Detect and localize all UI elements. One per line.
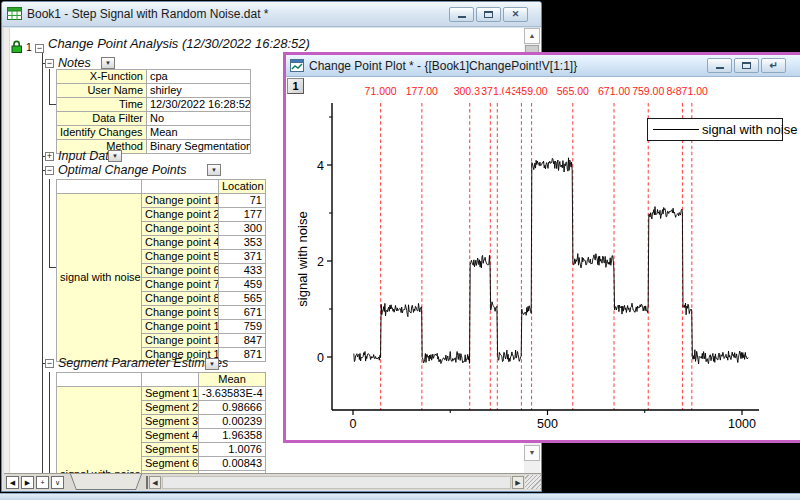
tree-line: [49, 372, 50, 474]
table-cell: shirley: [147, 84, 251, 98]
table-row: Data FilterNo: [57, 112, 251, 126]
input-data-menu-dropdown[interactable]: ▼: [108, 150, 122, 162]
book-window-titlebar[interactable]: Book1 - Step Signal with Random Noise.da…: [2, 2, 541, 27]
table-cell: X-Function: [57, 70, 147, 84]
close-button[interactable]: ✕: [503, 7, 528, 22]
table-cell: Identify Changes in: [57, 126, 147, 140]
table-cell: Time: [57, 98, 147, 112]
add-sheet-button[interactable]: +: [36, 476, 49, 489]
table-cell: cpa: [147, 70, 251, 84]
signal-with-noise-curve: [354, 158, 749, 364]
y-tick-label: 0: [317, 351, 324, 365]
table-row: User Nameshirley: [57, 84, 251, 98]
table-row: Location: [57, 180, 266, 194]
collapse-toggle-root[interactable]: −: [35, 44, 44, 53]
graph-window[interactable]: Change Point Plot * - {[Book1]ChangePoin…: [283, 52, 800, 443]
notes-menu-dropdown[interactable]: ▼: [101, 57, 115, 69]
table-cell: 353: [219, 236, 266, 250]
table-cell: Mean: [199, 373, 266, 387]
minimize-button[interactable]: [449, 7, 474, 22]
change-point-label: 71.000: [364, 85, 398, 97]
restore-button[interactable]: ↵: [761, 58, 786, 73]
minimize-button[interactable]: [707, 58, 732, 73]
table-row: signal with noiseSegment 1-3.63583E-4: [57, 387, 266, 401]
graph-canvas[interactable]: 1 02405001000 71.000177.00300.00353.0037…: [286, 77, 800, 440]
resize-grip[interactable]: [525, 475, 541, 489]
hscroll-track[interactable]: [162, 476, 511, 489]
legend[interactable]: signal with noise: [647, 118, 783, 141]
table-cell: 177: [219, 208, 266, 222]
table-cell: Change point 6: [142, 264, 219, 278]
hscroll-right-arrow[interactable]: ▶: [512, 476, 524, 489]
tab-scroll-left-button[interactable]: ◀: [6, 476, 19, 489]
graph-window-title: Change Point Plot * - {[Book1]ChangePoin…: [309, 59, 707, 73]
x-tick-label: 0: [350, 417, 357, 431]
maximize-button[interactable]: [476, 7, 501, 22]
table-cell: Change point 10: [142, 320, 219, 334]
graph-icon: [290, 59, 304, 72]
table-cell: 459: [219, 278, 266, 292]
table-cell: Segment 5: [142, 443, 199, 457]
table-cell: -3.63583E-4: [199, 387, 266, 401]
y-axis-title: signal with noise: [295, 194, 311, 324]
tab-scroll-right-button[interactable]: ▶: [21, 476, 34, 489]
maximize-button[interactable]: [734, 58, 759, 73]
change-points-table: Locationsignal with noiseChange point 17…: [56, 179, 266, 362]
collapse-toggle-change-points[interactable]: −: [45, 166, 54, 175]
table-cell: Location: [219, 180, 266, 194]
segment-estimates-table: Meansignal with noiseSegment 1-3.63583E-…: [56, 372, 266, 475]
table-cell: Change point 1: [142, 194, 219, 208]
table-cell: 1.0076: [199, 443, 266, 457]
tab-splitter-handle[interactable]: [146, 476, 148, 489]
table-cell: 671: [219, 306, 266, 320]
status-strip: [0, 493, 800, 500]
collapse-toggle-segment-estimates[interactable]: −: [45, 359, 54, 368]
tree-line: [49, 179, 50, 267]
hscroll-left-arrow[interactable]: ◀: [149, 476, 161, 489]
lock-icon: [10, 40, 23, 53]
change-point-label: 459.00: [514, 85, 548, 97]
table-cell: Segment 1: [142, 387, 199, 401]
table-cell: Change point 3: [142, 222, 219, 236]
collapse-toggle-notes[interactable]: −: [45, 59, 54, 68]
change-point-label: 177.00: [405, 85, 439, 97]
expand-toggle-input-data[interactable]: +: [45, 152, 54, 161]
report-row-number: 1: [26, 41, 32, 53]
sheet-list-button[interactable]: ∨: [51, 476, 64, 489]
worksheet-icon: [7, 7, 22, 21]
scroll-down-arrow[interactable]: ▼: [524, 445, 540, 461]
table-cell: [142, 373, 199, 387]
table-cell: Change point 7: [142, 278, 219, 292]
table-cell: 371: [219, 250, 266, 264]
change-point-label: 759.00: [631, 85, 665, 97]
table-cell: 71: [219, 194, 266, 208]
table-cell: 300: [219, 222, 266, 236]
tree-line: [49, 69, 50, 104]
notes-table: X-FunctioncpaUser NameshirleyTime12/30/2…: [56, 69, 251, 154]
tree-line: [42, 53, 43, 474]
table-cell: Data Filter: [57, 112, 147, 126]
sheet-tabbar[interactable]: ◀ ▶ + ∨ Step Signal with Random NoiseCha…: [4, 473, 541, 490]
graph-window-titlebar[interactable]: Change Point Plot * - {[Book1]ChangePoin…: [286, 55, 800, 77]
table-row: Time12/30/2022 16:28:52: [57, 98, 251, 112]
table-cell: 433: [219, 264, 266, 278]
change-point-label: 565.00: [556, 85, 590, 97]
section-title-segment-estimates: Segment Parameter Estimates: [58, 356, 228, 370]
table-row: X-Functioncpa: [57, 70, 251, 84]
table-cell: [142, 180, 219, 194]
section-title-notes: Notes: [58, 56, 91, 70]
table-cell: signal with noise: [57, 194, 142, 362]
table-cell: Segment 6: [142, 457, 199, 471]
maximize-icon: [742, 62, 751, 69]
change-points-menu-dropdown[interactable]: ▼: [207, 164, 221, 176]
empty-tab-area: [70, 474, 142, 490]
table-cell: User Name: [57, 84, 147, 98]
table-cell: 12/30/2022 16:28:52: [147, 98, 251, 112]
table-cell: 0.00239: [199, 415, 266, 429]
scroll-up-arrow[interactable]: ▲: [524, 28, 540, 44]
table-cell: signal with noise: [57, 387, 142, 476]
table-cell: Binary Segmentation: [147, 140, 251, 154]
segment-estimates-menu-dropdown[interactable]: ▼: [205, 358, 219, 370]
section-title-change-points: Optimal Change Points: [58, 163, 187, 177]
table-cell: Change point 9: [142, 306, 219, 320]
